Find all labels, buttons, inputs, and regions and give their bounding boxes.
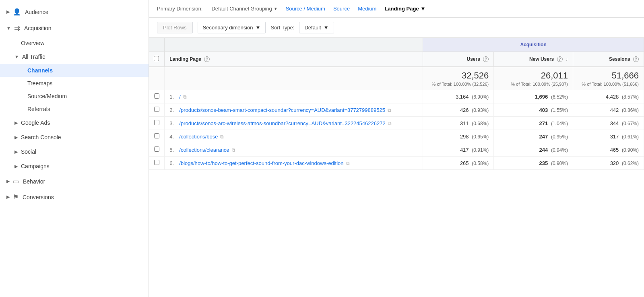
row-page-link-5[interactable]: /blogs/how-to/how-to-get-perfect-sound-f…	[179, 160, 343, 166]
users-col-header[interactable]: Users ?	[423, 52, 494, 67]
row-page-link-4[interactable]: /collections/clearance	[179, 147, 229, 153]
row-page-link-2[interactable]: /products/sonos-arc-wireless-atmos-sound…	[179, 120, 385, 126]
row-checkbox-5[interactable]	[154, 160, 159, 165]
select-all-checkbox[interactable]	[154, 56, 159, 61]
row-new-users-val-5: 235	[539, 160, 548, 166]
sort-type-label: Sort Type:	[270, 25, 294, 31]
row-checkbox-1[interactable]	[154, 107, 159, 112]
landing-page-col-header[interactable]: Landing Page ?	[165, 52, 423, 67]
row-copy-icon-1[interactable]: ⧉	[388, 107, 391, 113]
row-checkbox-cell-4[interactable]	[149, 143, 165, 157]
row-checkbox-cell-5[interactable]	[149, 157, 165, 170]
totals-label-cell	[165, 67, 423, 90]
table-row: 3. /products/sonos-arc-wireless-atmos-so…	[149, 117, 644, 130]
row-users-cell-0: 3,164 (6.90%)	[423, 90, 494, 103]
sidebar-item-audience[interactable]: ▶ 👤 Audience	[0, 4, 149, 20]
row-new-users-cell-2: 271 (1.04%)	[494, 117, 573, 130]
landing-page-col-label: Landing Page	[169, 56, 201, 62]
sidebar-item-referrals[interactable]: Referrals	[0, 103, 149, 116]
totals-sessions-pct: % of Total: 100.00% (51,666)	[578, 82, 639, 87]
row-sessions-cell-0: 4,428 (8.57%)	[573, 90, 644, 103]
default-channel-grouping-label: Default Channel Grouping	[211, 6, 272, 12]
sidebar-item-social[interactable]: ▶ Social	[0, 144, 149, 159]
row-num-1: 2.	[169, 107, 179, 113]
sidebar-item-treemaps[interactable]: Treemaps	[0, 77, 149, 90]
totals-sessions-value: 51,666	[578, 70, 639, 81]
default-channel-grouping-btn[interactable]: Default Channel Grouping ▼	[209, 5, 280, 12]
row-copy-icon-2[interactable]: ⧉	[388, 121, 392, 126]
row-checkbox-cell-0[interactable]	[149, 90, 165, 103]
row-users-cell-3: 298 (0.65%)	[423, 130, 494, 143]
row-copy-icon-3[interactable]: ⧉	[220, 134, 224, 140]
row-users-pct-1: (0.93%)	[472, 107, 489, 113]
row-sessions-val-5: 320	[610, 160, 619, 166]
row-checkbox-4[interactable]	[154, 146, 159, 152]
secondary-dimension-button[interactable]: Secondary dimension ▼	[198, 22, 266, 33]
row-copy-icon-5[interactable]: ⧉	[346, 161, 350, 166]
default-channel-grouping-arrow-icon: ▼	[274, 6, 278, 11]
row-page-link-0[interactable]: /	[179, 94, 181, 100]
toolbar: Plot Rows Secondary dimension ▼ Sort Typ…	[149, 18, 644, 38]
row-copy-icon-0[interactable]: ⧉	[183, 94, 187, 100]
row-users-cell-1: 426 (0.93%)	[423, 103, 494, 117]
landing-page-help-icon[interactable]: ?	[204, 56, 210, 62]
row-checkbox-cell-3[interactable]	[149, 130, 165, 143]
row-num-5: 6.	[169, 160, 179, 166]
sidebar-item-all-traffic[interactable]: ▼ All Traffic	[0, 50, 149, 64]
row-checkbox-0[interactable]	[154, 93, 159, 99]
sort-type-button[interactable]: Default ▼	[299, 22, 334, 33]
users-help-icon[interactable]: ?	[483, 56, 489, 62]
row-checkbox-2[interactable]	[154, 120, 159, 125]
sidebar-item-acquisition[interactable]: ▼ ⇉ Acquisition	[0, 20, 149, 37]
row-sessions-val-1: 442	[610, 107, 619, 113]
checkbox-subheader[interactable]	[149, 52, 165, 67]
row-sessions-cell-4: 465 (0.90%)	[573, 143, 644, 157]
row-page-cell-4: 5. /collections/clearance⧉	[165, 143, 423, 157]
totals-users-value: 32,526	[428, 70, 489, 81]
sidebar-item-conversions[interactable]: ▶ ⚑ Conversions	[0, 189, 149, 205]
row-users-cell-2: 311 (0.68%)	[423, 117, 494, 130]
landing-page-arrow-icon: ▼	[421, 6, 426, 12]
new-users-col-label: New Users	[529, 56, 554, 62]
sidebar-item-campaigns[interactable]: ▶ Campaigns	[0, 159, 149, 173]
row-page-link-3[interactable]: /collections/bose	[179, 134, 218, 140]
search-console-arrow: ▶	[14, 135, 18, 140]
row-checkbox-3[interactable]	[154, 133, 159, 138]
row-copy-icon-4[interactable]: ⧉	[232, 147, 235, 153]
landing-page-btn[interactable]: Landing Page ▼	[382, 5, 428, 12]
new-users-col-header[interactable]: New Users ? ↓	[494, 52, 573, 67]
row-checkbox-cell-2[interactable]	[149, 117, 165, 130]
row-sessions-pct-2: (0.67%)	[622, 121, 639, 126]
sessions-col-header[interactable]: Sessions ?	[573, 52, 644, 67]
source-medium-link[interactable]: Source / Medium	[283, 5, 328, 12]
row-new-users-cell-4: 244 (0.94%)	[494, 143, 573, 157]
row-new-users-val-1: 403	[539, 107, 548, 113]
sidebar-label-audience: Audience	[25, 9, 48, 15]
medium-link[interactable]: Medium	[355, 5, 379, 12]
row-page-cell-5: 6. /blogs/how-to/how-to-get-perfect-soun…	[165, 157, 423, 170]
row-new-users-pct-0: (6.52%)	[551, 94, 568, 100]
row-users-cell-4: 417 (0.91%)	[423, 143, 494, 157]
row-users-val-4: 417	[460, 147, 469, 153]
sidebar-item-channels[interactable]: Channels	[0, 64, 149, 77]
sort-type-arrow-icon: ▼	[324, 25, 329, 31]
sidebar-item-behavior[interactable]: ▶ ▭ Behavior	[0, 173, 149, 189]
new-users-help-icon[interactable]: ?	[557, 56, 563, 62]
row-users-val-3: 298	[460, 134, 469, 140]
row-checkbox-cell-1[interactable]	[149, 103, 165, 117]
sessions-help-icon[interactable]: ?	[633, 56, 639, 62]
row-sessions-pct-1: (0.86%)	[622, 107, 639, 113]
row-page-link-1[interactable]: /products/sonos-beam-smart-compact-sound…	[179, 107, 385, 113]
sidebar-item-source-medium[interactable]: Source/Medium	[0, 90, 149, 103]
row-new-users-pct-1: (1.55%)	[551, 107, 568, 113]
row-sessions-pct-5: (0.62%)	[622, 161, 639, 166]
sidebar-item-overview[interactable]: Overview	[0, 37, 149, 50]
acquisition-section-header: Acquisition	[423, 38, 644, 52]
source-link[interactable]: Source	[331, 5, 352, 12]
plot-rows-button[interactable]: Plot Rows	[157, 22, 193, 33]
landing-page-label: Landing Page	[384, 6, 419, 12]
sidebar-item-google-ads[interactable]: ▶ Google Ads	[0, 116, 149, 130]
sidebar-item-search-console[interactable]: ▶ Search Console	[0, 130, 149, 144]
sidebar-label-referrals: Referrals	[27, 106, 50, 112]
row-users-cell-5: 265 (0.58%)	[423, 157, 494, 170]
